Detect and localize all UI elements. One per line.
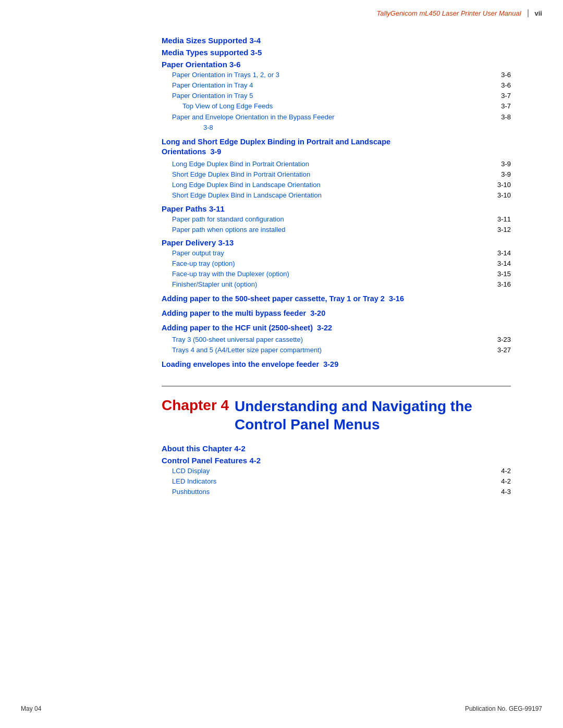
toc-item: Paper path when options are installed 3-… [172,225,511,235]
toc-item-page: 3-10 [497,190,511,201]
toc-item: Paper output tray 3-14 [172,248,511,258]
toc-item-page: 3-6 [501,80,511,91]
toc-item-page: 3-14 [497,258,511,269]
footer-right: Publication No. GEG-99197 [465,705,542,712]
toc-item-page: 4-2 [501,466,511,476]
toc-item-page: 3-9 [501,159,511,169]
toc-item: Paper path for standard configuration 3-… [172,214,511,225]
toc-heading-control-panel: Control Panel Features 4-2 [162,456,511,465]
toc-item-label: Short Edge Duplex Bind in Portrait Orien… [172,169,498,180]
toc-item-label: LED Indicators [172,476,498,487]
toc-item-label: LCD Display [172,466,498,476]
toc-section-paper-paths: Paper Paths 3-11 Paper path for standard… [162,204,511,235]
toc-item-page: 3-8 [501,112,511,122]
toc-heading-label: Control Panel Features [162,456,247,465]
toc-page: 4-2 [249,456,261,465]
toc-heading-paper-paths: Paper Paths 3-11 [162,204,511,213]
toc-section-envelopes: Loading envelopes into the envelope feed… [162,360,511,370]
toc-page: 4-2 [234,444,246,453]
chapter4-label: Chapter 4 [162,397,224,414]
page: TallyGenicom mL450 Laser Printer User Ma… [0,0,563,728]
toc-item-page: 3-9 [501,169,511,180]
toc-item: Trays 4 and 5 (A4/Letter size paper comp… [172,345,511,355]
toc-heading-label: Media Types supported [162,48,248,57]
toc-item-label: Paper path when options are installed [172,225,494,235]
page-footer: May 04 Publication No. GEG-99197 [0,705,563,712]
toc-item-label: Paper Orientation in Trays 1, 2, or 3 [172,70,498,80]
toc-item: Face-up tray (option) 3-14 [172,258,511,269]
toc-section-paper-delivery: Paper Delivery 3-13 Paper output tray 3-… [162,238,511,290]
toc-page: 3-11 [209,204,225,213]
toc-heading-adding-500: Adding paper to the 500-sheet paper cass… [162,294,511,304]
toc-heading-duplex: Long and Short Edge Duplex Binding in Po… [162,137,511,157]
toc-item-page: 4-3 [501,487,511,497]
toc-item-page: 3-11 [497,214,511,225]
toc-heading-label: Media Sizes Supported [162,36,247,45]
toc-item: Face-up tray with the Duplexer (option) … [172,269,511,279]
chapter4-title: Understanding and Navigating the Control… [235,397,511,434]
toc-item-label: Pushbuttons [172,487,498,497]
toc-item-label: Paper Orientation in Tray 5 [172,91,498,101]
toc-item: Long Edge Duplex Bind in Portrait Orient… [172,159,511,169]
toc-item: Tray 3 (500-sheet universal paper casset… [172,335,511,345]
toc-item-label: Tray 3 (500-sheet universal paper casset… [172,335,494,345]
toc-continuation: 3-8 [203,122,511,133]
toc-heading-envelopes: Loading envelopes into the envelope feed… [162,360,511,370]
toc-item-label: Paper output tray [172,248,494,258]
header-page-number: vii [528,9,542,17]
toc-heading-paper-delivery: Paper Delivery 3-13 [162,238,511,247]
toc-item-label: Paper Orientation in Tray 4 [172,80,498,91]
toc-item: Paper Orientation in Tray 5 3-7 [172,91,511,101]
chapter-divider [162,386,511,387]
toc-item-label: Long Edge Duplex Bind in Portrait Orient… [172,159,498,169]
toc-section-duplex: Long and Short Edge Duplex Binding in Po… [162,137,511,201]
toc-page: 3-6 [229,60,241,69]
toc-heading-label: Paper Delivery [162,238,216,247]
toc-item-label: Face-up tray with the Duplexer (option) [172,269,494,279]
toc-item: Paper Orientation in Tray 4 3-6 [172,80,511,91]
toc-section-adding-bypass: Adding paper to the multi bypass feeder … [162,309,511,319]
toc-item-page: 3-16 [497,279,511,290]
toc-item-label: Face-up tray (option) [172,258,494,269]
toc-item-label: Trays 4 and 5 (A4/Letter size paper comp… [172,345,494,355]
toc-item-page: 3-6 [501,70,511,80]
toc-item: LED Indicators 4-2 [172,476,511,487]
toc-item: Paper Orientation in Trays 1, 2, or 3 3-… [172,70,511,80]
toc-section-adding-500: Adding paper to the 500-sheet paper cass… [162,294,511,304]
toc-item-page: 3-27 [497,345,511,355]
footer-left: May 04 [21,705,41,712]
toc-heading-label: Paper Paths [162,204,207,213]
toc-item-page: 3-23 [497,335,511,345]
toc-item: Paper and Envelope Orientation in the By… [172,112,511,122]
toc-item: Pushbuttons 4-3 [172,487,511,497]
toc-item: LCD Display 4-2 [172,466,511,476]
toc-item: Long Edge Duplex Bind in Landscape Orien… [172,180,511,190]
toc-heading-media-sizes: Media Sizes Supported 3-4 [162,36,511,45]
toc-item-label: Paper path for standard configuration [172,214,494,225]
toc-item-label: Top View of Long Edge Feeds [182,101,498,112]
toc-heading-adding-bypass: Adding paper to the multi bypass feeder … [162,309,511,319]
toc-item-page: 3-12 [497,225,511,235]
toc-section-control-panel: Control Panel Features 4-2 LCD Display 4… [162,456,511,497]
toc-page: 3-13 [218,238,234,247]
toc-page: 3-5 [251,48,262,57]
toc-section-paper-orientation: Paper Orientation 3-6 Paper Orientation … [162,60,511,133]
toc-content: Media Sizes Supported 3-4 Media Types su… [0,22,563,510]
toc-item-page: 4-2 [501,476,511,487]
toc-item-page: 3-14 [497,248,511,258]
toc-page: 3-4 [249,36,261,45]
header-title: TallyGenicom mL450 Laser Printer User Ma… [377,9,521,17]
toc-item-page: 3-7 [501,101,511,112]
toc-heading-label: Paper Orientation [162,60,227,69]
toc-item-label: Paper and Envelope Orientation in the By… [172,112,498,122]
toc-heading-paper-orientation: Paper Orientation 3-6 [162,60,511,69]
toc-item-label: Long Edge Duplex Bind in Landscape Orien… [172,180,494,190]
toc-section-adding-hcf: Adding paper to the HCF unit (2500-sheet… [162,323,511,356]
toc-section-media-types: Media Types supported 3-5 [162,48,511,57]
toc-section-about-chapter: About this Chapter 4-2 [162,444,511,453]
chapter4-block: Chapter 4 Understanding and Navigating t… [162,397,511,434]
toc-heading-adding-hcf: Adding paper to the HCF unit (2500-sheet… [162,323,511,334]
toc-section-media-sizes: Media Sizes Supported 3-4 [162,36,511,45]
toc-item-indent: Top View of Long Edge Feeds 3-7 [182,101,511,112]
toc-item-page: 3-7 [501,91,511,101]
